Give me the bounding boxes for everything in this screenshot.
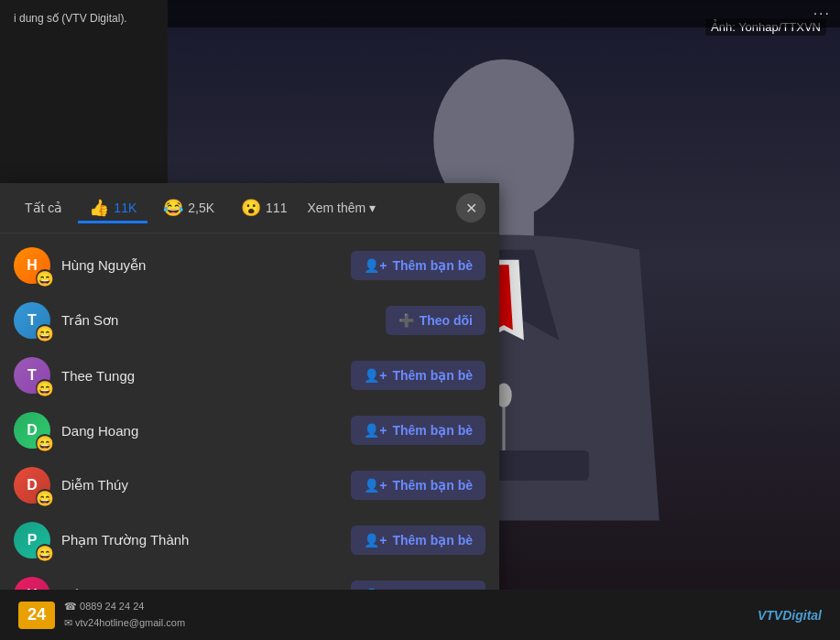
add-friend-label: Thêm bạn bè bbox=[392, 258, 473, 273]
avatar: D 😄 bbox=[14, 412, 50, 449]
avatar: H 😄 bbox=[14, 247, 50, 284]
top-bar: ··· bbox=[168, 0, 840, 27]
add-friend-button[interactable]: 👤+ Thêm bạn bè bbox=[351, 251, 485, 280]
bottom-bar: 24 ☎ 0889 24 24 24 ✉ vtv24hotline@gmail.… bbox=[0, 590, 840, 640]
user-name: Dang Hoang bbox=[61, 423, 340, 439]
like-count: 11K bbox=[114, 201, 136, 215]
see-more-label: Xem thêm bbox=[307, 201, 365, 215]
user-list: H 😄 Hùng Nguyễn 👤+ Thêm bạn bè T 😄 Trần … bbox=[0, 233, 499, 627]
follow-button[interactable]: ➕ Theo dõi bbox=[386, 306, 485, 335]
add-friend-button[interactable]: 👤+ Thêm bạn bè bbox=[351, 526, 485, 555]
tab-haha[interactable]: 😂 2,5K bbox=[152, 192, 225, 223]
list-item: H 😄 Hùng Nguyễn 👤+ Thêm bạn bè bbox=[0, 238, 499, 293]
menu-dots[interactable]: ··· bbox=[813, 5, 831, 22]
sidebar-text: i dung số (VTV Digital). bbox=[9, 3, 132, 34]
reaction-tabs: Tất cả 👍 11K 😂 2,5K 😮 111 Xem thêm ▾ ✕ bbox=[0, 183, 499, 233]
list-item: D 😄 Dang Hoang 👤+ Thêm bạn bè bbox=[0, 403, 499, 458]
follow-icon: ➕ bbox=[398, 313, 414, 328]
phone-number: ☎ 0889 24 24 24 bbox=[64, 599, 185, 615]
bottom-bar-logo: 24 ☎ 0889 24 24 24 ✉ vtv24hotline@gmail.… bbox=[18, 599, 185, 631]
reaction-emoji: 😄 bbox=[36, 324, 54, 342]
reaction-emoji: 😄 bbox=[36, 269, 54, 287]
add-friend-icon: 👤+ bbox=[364, 368, 387, 383]
contact-info: ☎ 0889 24 24 24 ✉ vtv24hotline@gmail.com bbox=[64, 599, 185, 631]
add-friend-label: Thêm bạn bè bbox=[392, 533, 473, 548]
tab-wow[interactable]: 😮 111 bbox=[230, 192, 298, 223]
add-friend-icon: 👤+ bbox=[364, 258, 387, 273]
list-item: T 😄 Trần Sơn ➕ Theo dõi bbox=[0, 293, 499, 348]
add-friend-label: Thêm bạn bè bbox=[392, 478, 473, 493]
follow-label: Theo dõi bbox=[420, 313, 473, 328]
email-address: ✉ vtv24hotline@gmail.com bbox=[64, 615, 185, 632]
chevron-down-icon: ▾ bbox=[369, 201, 376, 215]
haha-emoji: 😂 bbox=[163, 198, 183, 218]
like-emoji: 👍 bbox=[89, 198, 109, 218]
add-friend-label: Thêm bạn bè bbox=[392, 423, 473, 438]
add-friend-icon: 👤+ bbox=[364, 533, 387, 548]
list-item: P 😄 Phạm Trường Thành 👤+ Thêm bạn bè bbox=[0, 513, 499, 568]
avatar: T 😄 bbox=[14, 302, 50, 339]
wow-emoji: 😮 bbox=[241, 198, 261, 218]
user-name: Thee Tungg bbox=[61, 368, 340, 384]
list-item: D 😄 Diễm Thúy 👤+ Thêm bạn bè bbox=[0, 458, 499, 513]
logo-24: 24 bbox=[18, 602, 55, 629]
add-friend-button[interactable]: 👤+ Thêm bạn bè bbox=[351, 471, 485, 500]
user-name: Hùng Nguyễn bbox=[61, 257, 340, 274]
add-friend-icon: 👤+ bbox=[364, 478, 387, 493]
user-name: Diễm Thúy bbox=[61, 477, 340, 494]
see-more[interactable]: Xem thêm ▾ bbox=[307, 201, 376, 215]
add-friend-button[interactable]: 👤+ Thêm bạn bè bbox=[351, 361, 485, 390]
avatar: D 😄 bbox=[14, 467, 50, 504]
list-item: T 😄 Thee Tungg 👤+ Thêm bạn bè bbox=[0, 348, 499, 403]
add-friend-label: Thêm bạn bè bbox=[392, 368, 473, 383]
avatar: P 😄 bbox=[14, 522, 50, 559]
avatar: T 😄 bbox=[14, 357, 50, 394]
add-friend-button[interactable]: 👤+ Thêm bạn bè bbox=[351, 416, 485, 445]
haha-count: 2,5K bbox=[188, 201, 214, 215]
vtv-digital-brand: VTVDigital bbox=[758, 608, 822, 623]
close-button[interactable]: ✕ bbox=[456, 193, 485, 222]
reactions-panel: Tất cả 👍 11K 😂 2,5K 😮 111 Xem thêm ▾ ✕ H… bbox=[0, 183, 499, 627]
reaction-emoji: 😄 bbox=[36, 489, 54, 507]
user-name: Trần Sơn bbox=[61, 312, 375, 329]
add-friend-icon: 👤+ bbox=[364, 423, 387, 438]
reaction-emoji: 😄 bbox=[36, 544, 54, 562]
wow-count: 111 bbox=[266, 201, 287, 215]
reaction-emoji: 😄 bbox=[36, 434, 54, 452]
tab-like[interactable]: 👍 11K bbox=[78, 192, 147, 223]
reaction-emoji: 😄 bbox=[36, 379, 54, 397]
tab-all[interactable]: Tất cả bbox=[14, 195, 73, 221]
user-name: Phạm Trường Thành bbox=[61, 532, 340, 548]
